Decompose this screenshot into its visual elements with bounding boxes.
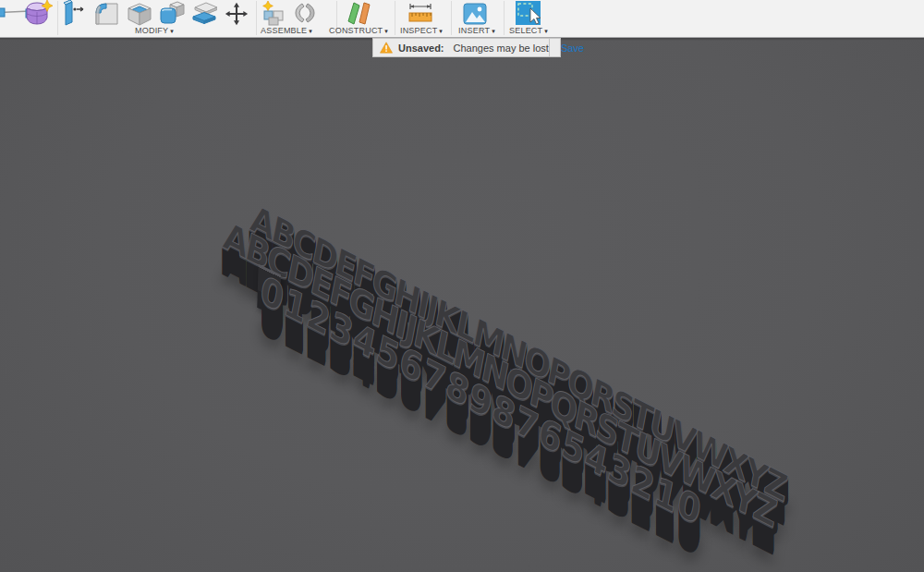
unsaved-title: Unsaved: [398, 43, 444, 54]
construct-label: CONSTRUCT [329, 26, 383, 35]
new-component-icon[interactable] [261, 0, 286, 26]
combine-icon[interactable] [159, 0, 185, 26]
model-viewport-canvas[interactable]: Unsaved: Changes may be lost Save ABCDEF… [0, 38, 924, 572]
measure-icon[interactable] [407, 2, 434, 26]
create-form-icon[interactable] [22, 0, 54, 26]
construct-dropdown[interactable]: CONSTRUCT▾ [322, 26, 395, 36]
modify-label: MODIFY [135, 26, 168, 35]
warning-triangle-icon [380, 42, 393, 54]
select-label: SELECT [509, 26, 542, 35]
unsaved-notification-bar: Unsaved: Changes may be lost Save [372, 38, 561, 57]
press-pull-icon[interactable] [61, 0, 87, 26]
select-window-icon[interactable] [514, 0, 541, 26]
select-dropdown[interactable]: SELECT▾ [497, 26, 560, 36]
chevron-down-icon: ▾ [544, 28, 548, 34]
toolbar-separator [57, 1, 58, 35]
chevron-down-icon: ▾ [492, 28, 495, 34]
modify-dropdown[interactable]: MODIFY▾ [120, 26, 188, 36]
unsaved-message: Changes may be lost [454, 43, 549, 54]
chevron-down-icon: ▾ [309, 28, 312, 34]
save-button[interactable]: Save [549, 39, 595, 56]
joint-icon[interactable] [293, 0, 317, 26]
insert-image-icon[interactable] [462, 2, 488, 26]
offset-face-icon[interactable] [191, 0, 217, 26]
inspect-label: INSPECT [400, 26, 437, 35]
insert-label: INSERT [458, 26, 490, 35]
fillet-icon[interactable] [93, 0, 119, 26]
ribbon-toolbar: MODIFY▾ ASSEMBLE▾ CONSTRUCT▾ INSPECT▾ [0, 0, 924, 38]
chevron-down-icon: ▾ [170, 28, 174, 34]
chevron-down-icon: ▾ [439, 28, 443, 34]
assemble-dropdown[interactable]: ASSEMBLE▾ [249, 26, 323, 36]
construction-plane-icon[interactable] [345, 0, 372, 26]
assemble-label: ASSEMBLE [261, 26, 307, 35]
shell-icon[interactable] [127, 0, 152, 26]
move-copy-icon[interactable] [225, 2, 249, 26]
